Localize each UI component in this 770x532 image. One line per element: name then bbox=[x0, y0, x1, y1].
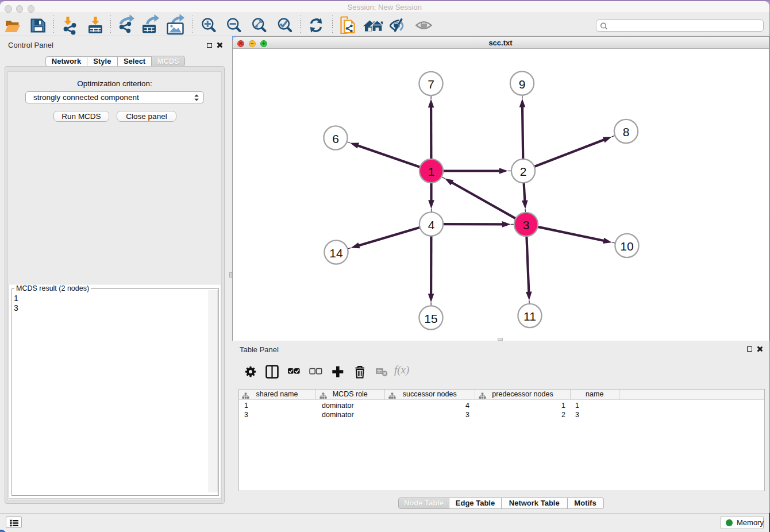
svg-text:14: 14 bbox=[329, 246, 343, 260]
svg-text:2: 2 bbox=[520, 165, 527, 178]
svg-text:10: 10 bbox=[620, 240, 633, 253]
svg-text:8: 8 bbox=[623, 125, 630, 138]
svg-text:9: 9 bbox=[519, 78, 526, 91]
svg-text:1: 1 bbox=[428, 165, 435, 178]
svg-text:7: 7 bbox=[428, 78, 434, 91]
svg-text:11: 11 bbox=[523, 310, 536, 323]
svg-text:6: 6 bbox=[332, 132, 339, 145]
svg-text:15: 15 bbox=[424, 312, 437, 325]
svg-text:4: 4 bbox=[428, 218, 435, 232]
svg-text:3: 3 bbox=[523, 218, 530, 232]
